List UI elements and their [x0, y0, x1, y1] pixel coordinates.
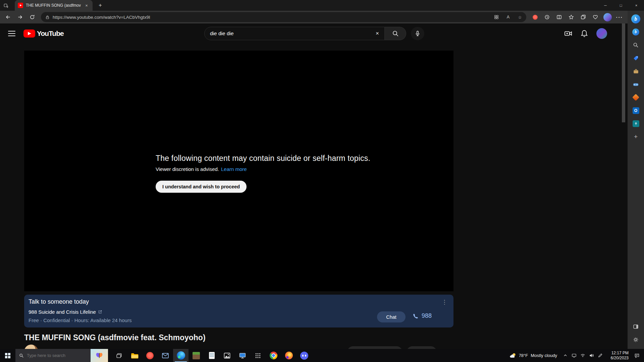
extension-red-icon[interactable]: [529, 12, 541, 22]
search-input[interactable]: [210, 31, 373, 37]
file-explorer-icon[interactable]: [127, 349, 142, 362]
create-icon[interactable]: [561, 27, 576, 40]
youtube-favicon: [18, 3, 23, 8]
apps-grid-icon[interactable]: [250, 349, 266, 362]
minecraft-icon[interactable]: [189, 349, 204, 362]
page-scrollbar[interactable]: [622, 23, 625, 122]
taskbar-search-input[interactable]: [27, 353, 87, 358]
monitor-app-icon[interactable]: [235, 349, 250, 362]
shopping-icon[interactable]: [629, 52, 643, 65]
phone-icon: [413, 313, 419, 319]
games-icon[interactable]: [629, 78, 643, 91]
pen-tray-icon[interactable]: [596, 349, 604, 362]
taskbar-search-box[interactable]: [15, 349, 91, 362]
browser-toolbar: https://www.youtube.com/watch?v=LACbVhgt…: [0, 11, 628, 23]
tools-icon[interactable]: [629, 65, 643, 78]
chrome-icon[interactable]: [266, 349, 281, 362]
show-hidden-icons-chevron[interactable]: [561, 349, 570, 362]
weather-widget[interactable]: 78°F Mostly cloudy: [506, 349, 561, 362]
drop-icon[interactable]: [629, 117, 643, 130]
edge-sidebar: b b O +: [628, 11, 644, 349]
account-avatar[interactable]: [596, 28, 607, 39]
microsoft-365-icon[interactable]: [629, 91, 643, 104]
crisis-phone[interactable]: 988: [413, 312, 432, 319]
edge-browser-icon[interactable]: [173, 349, 189, 362]
settings-menu-icon[interactable]: ···: [614, 12, 625, 22]
youtube-wordmark: YouTube: [37, 29, 64, 38]
discord-icon[interactable]: [297, 349, 312, 362]
copilot-icon[interactable]: b: [629, 12, 643, 25]
crisis-title: Talk to someone today: [29, 298, 89, 305]
suggestions-grid-icon[interactable]: [492, 13, 501, 21]
new-tab-button[interactable]: +: [95, 0, 105, 10]
window-maximize-button[interactable]: □: [613, 0, 629, 11]
voice-search-icon[interactable]: [411, 27, 424, 40]
add-sidebar-icon[interactable]: +: [629, 130, 643, 143]
guide-menu-icon[interactable]: [8, 31, 15, 36]
mail-icon[interactable]: [158, 349, 173, 362]
url-text: https://www.youtube.com/watch?v=LACbVhgt…: [53, 15, 150, 20]
volume-tray-icon[interactable]: [587, 349, 596, 362]
search-clear-icon[interactable]: ×: [373, 29, 382, 38]
taskbar-clock[interactable]: 12:17 PM 6/20/2023: [604, 349, 630, 362]
profile-avatar[interactable]: [602, 12, 613, 22]
photos-icon[interactable]: [219, 349, 235, 362]
action-center-icon[interactable]: [630, 349, 644, 362]
history-icon[interactable]: [541, 12, 553, 22]
crisis-kebab-icon[interactable]: ⋮: [440, 299, 448, 306]
youtube-logo[interactable]: YouTube: [23, 29, 64, 38]
taskbar-search-icon: [19, 353, 24, 358]
collections-icon[interactable]: [578, 12, 589, 22]
learn-more-link[interactable]: Learn more: [221, 166, 247, 172]
task-view-icon[interactable]: [111, 349, 127, 362]
display-tray-icon[interactable]: [570, 349, 578, 362]
search-box[interactable]: ×: [204, 27, 385, 40]
firefox-icon[interactable]: [281, 349, 297, 362]
favorites-icon[interactable]: [566, 12, 577, 22]
proceed-button[interactable]: I understand and wish to proceed: [156, 181, 247, 193]
notepad-icon[interactable]: [204, 349, 219, 362]
lock-icon: [45, 15, 50, 19]
sidebar-pane-icon[interactable]: [629, 320, 643, 333]
clock-date: 6/20/2023: [611, 356, 629, 361]
phone-number: 988: [422, 312, 432, 319]
clock-time: 12:17 PM: [611, 351, 629, 356]
window-close-button[interactable]: ×: [629, 0, 644, 11]
red-browser-icon[interactable]: [142, 349, 158, 362]
address-bar[interactable]: https://www.youtube.com/watch?v=LACbVhgt…: [41, 12, 526, 22]
weather-icon: [509, 352, 516, 359]
browser-essentials-icon[interactable]: [590, 12, 601, 22]
start-button[interactable]: [0, 349, 15, 362]
discover-icon[interactable]: b: [629, 25, 643, 39]
youtube-play-icon: [23, 29, 35, 38]
youtube-page: YouTube ×: [0, 23, 628, 349]
search-icon[interactable]: [629, 39, 643, 52]
external-link-icon: [98, 310, 102, 314]
search-highlights-image[interactable]: [91, 349, 108, 362]
screen: THE MUFFIN SONG (asdfmovie f × + ─ □ × h…: [0, 0, 644, 362]
crisis-panel: Talk to someone today 988 Suicide and Cr…: [24, 295, 453, 327]
share-pill[interactable]: [407, 346, 437, 349]
refresh-button[interactable]: [26, 12, 38, 22]
browser-tab[interactable]: THE MUFFIN SONG (asdfmovie f ×: [15, 0, 93, 11]
crisis-lifeline-link[interactable]: 988 Suicide and Crisis Lifeline: [29, 309, 102, 315]
add-favorite-icon[interactable]: ☆: [516, 13, 524, 21]
forward-button[interactable]: [14, 12, 26, 22]
chat-button[interactable]: Chat: [377, 311, 406, 322]
weather-desc: Mostly cloudy: [531, 353, 557, 358]
back-button[interactable]: [2, 12, 14, 22]
split-screen-icon[interactable]: [553, 12, 565, 22]
youtube-header: YouTube ×: [0, 23, 628, 44]
read-aloud-icon[interactable]: A: [504, 13, 513, 21]
channel-avatar[interactable]: [24, 345, 38, 349]
tab-actions-icon[interactable]: [0, 0, 11, 11]
notifications-bell-icon[interactable]: [577, 27, 592, 40]
settings-gear-icon[interactable]: [629, 333, 643, 346]
window-minimize-button[interactable]: ─: [598, 0, 613, 11]
outlook-icon[interactable]: O: [629, 104, 643, 117]
tab-close-icon[interactable]: ×: [84, 2, 90, 8]
video-player[interactable]: The following content may contain suicid…: [24, 51, 453, 291]
like-dislike-pill[interactable]: [347, 346, 402, 349]
search-button[interactable]: [385, 27, 406, 40]
network-tray-icon[interactable]: [578, 349, 587, 362]
